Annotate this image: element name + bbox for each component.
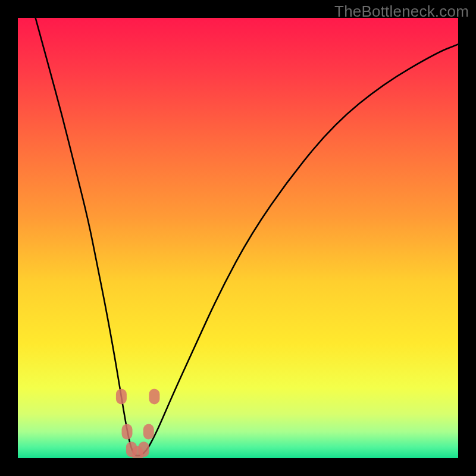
watermark-text: TheBottleneck.com bbox=[334, 2, 469, 21]
curve-marker bbox=[116, 389, 127, 404]
curve-marker bbox=[149, 389, 159, 404]
curve-marker bbox=[143, 424, 154, 440]
plot-area bbox=[18, 18, 458, 458]
curve-marker bbox=[139, 441, 149, 457]
bottleneck-curve bbox=[18, 18, 458, 458]
curve-marker bbox=[122, 424, 133, 440]
chart-frame: TheBottleneck.com bbox=[0, 0, 476, 476]
